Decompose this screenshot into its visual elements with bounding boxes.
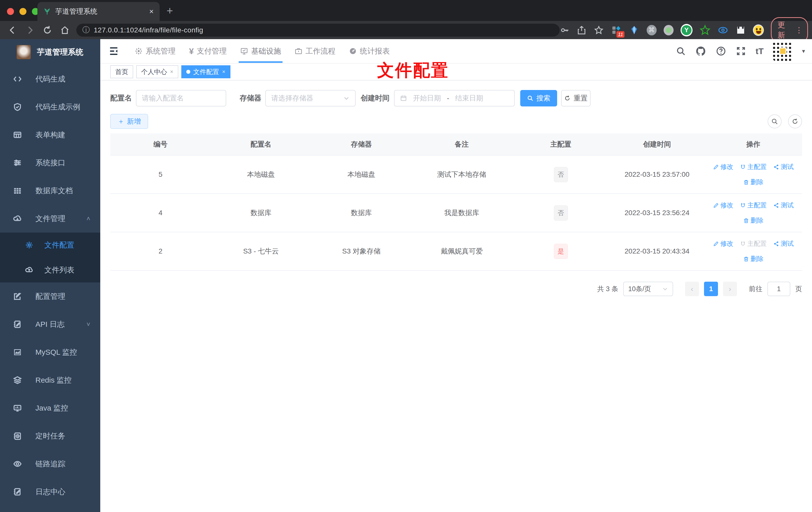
browser-menu-icon[interactable]: ⋮ [795,26,803,34]
extension-star-icon[interactable] [699,25,710,36]
url-bar[interactable]: ⓘ 127.0.0.1:1024/infra/file/file-config [76,24,560,37]
tag-home[interactable]: 首页 [110,65,133,78]
sidebar-item-api-log[interactable]: API 日志 ˅ [0,310,100,338]
github-icon[interactable] [695,46,706,57]
add-button[interactable]: ＋ 新增 [110,114,148,129]
extension-gem-icon[interactable] [629,25,639,36]
window-controls[interactable] [7,8,39,15]
test-label: 测试 [781,201,794,210]
user-caret-down-icon[interactable]: ▾ [802,48,805,55]
show-search-toggle-button[interactable] [767,114,782,128]
font-size-icon[interactable]: tT [756,47,764,56]
window-close-button[interactable] [7,8,14,15]
sidebar-item-cron[interactable]: 定时任务 [0,422,100,450]
forward-icon[interactable] [25,25,35,35]
schedule-icon [13,431,22,441]
share-icon[interactable] [577,25,586,35]
tag-profile[interactable]: 个人中心 × [136,65,178,78]
edit-link[interactable]: 修改 [713,239,733,248]
log-edit-icon [13,320,22,329]
edit-link[interactable]: 修改 [713,201,733,210]
new-tab-button[interactable]: + [167,4,173,17]
search-icon[interactable] [676,46,686,56]
master-link[interactable]: 主配置 [740,201,767,210]
site-info-icon[interactable]: ⓘ [82,25,90,35]
date-range-input[interactable]: 开始日期 - 结束日期 [394,90,515,107]
sidebar-fold-icon[interactable] [108,46,119,57]
window-minimize-button[interactable] [20,8,26,15]
reset-button[interactable]: 重置 [561,90,590,107]
tag-close-icon[interactable]: × [170,68,173,75]
name-filter-input[interactable]: 请输入配置名 [136,90,226,107]
sidebar-item-config-mgmt[interactable]: 配置管理 [0,282,100,310]
back-icon[interactable] [7,25,18,35]
trash-icon [743,179,749,185]
sidebar-item-db-doc[interactable]: 数据库文档 [0,177,100,205]
edit-link[interactable]: 修改 [713,162,733,171]
reload-icon[interactable] [42,25,52,35]
search-button[interactable]: 搜索 [520,90,557,107]
test-link[interactable]: 测试 [773,162,794,171]
browser-toolbar: ⓘ 127.0.0.1:1024/infra/file/file-config … [0,21,812,39]
delete-link[interactable]: 删除 [743,254,764,263]
cell-remark: 我是数据库 [411,194,512,232]
prev-page-button[interactable]: ‹ [685,282,699,296]
sidebar-item-system-api[interactable]: 系统接口 [0,149,100,177]
bookmark-star-icon[interactable] [593,25,604,36]
sidebar-item-codegen-demo[interactable]: 代码生成示例 [0,93,100,121]
browser-tab[interactable]: 芋道管理系统 × [37,2,160,21]
next-page-button[interactable]: › [723,282,737,296]
nav-item-system[interactable]: 系统管理 [135,39,176,63]
extension-y-letter: Y [682,25,692,35]
sidebar-item-file-mgmt[interactable]: 文件管理 ˄ [0,205,100,233]
sidebar-item-file-list[interactable]: 文件列表 [0,258,100,282]
extension-command-icon[interactable]: ⌘ [647,25,657,35]
sidebar-item-log-center[interactable]: 日志中心 [0,478,100,506]
chevron-down-icon [343,95,350,101]
sidebar-item-trace[interactable]: 链路追踪 [0,450,100,478]
user-avatar-qr[interactable] [773,41,792,61]
home-icon[interactable] [60,25,70,35]
sidebar-item-form-builder[interactable]: 表单构建 [0,121,100,149]
delete-link[interactable]: 删除 [743,216,764,225]
page-1-button[interactable]: 1 [704,282,718,296]
tab-close-icon[interactable]: × [149,7,154,16]
extension-eye-icon[interactable] [718,25,728,36]
extension-emoji-icon[interactable] [753,24,764,36]
refresh-table-button[interactable] [788,114,802,128]
master-label: 主配置 [747,201,767,210]
sidebar-item-label: Java 监控 [35,403,68,413]
test-link[interactable]: 测试 [773,201,794,210]
goto-page-input[interactable] [767,282,790,296]
fullscreen-icon[interactable] [736,46,746,56]
sidebar-item-label: 代码生成示例 [35,102,80,112]
master-link[interactable]: 主配置 [740,162,767,171]
extension-y-icon[interactable]: Y [680,24,693,36]
test-link[interactable]: 测试 [773,239,794,248]
sidebar-item-mysql[interactable]: MySQL 监控 [0,338,100,366]
sidebar-item-file-config[interactable]: 文件配置 [0,233,100,258]
sidebar-item-codegen[interactable]: 代码生成 [0,65,100,93]
extensions-puzzle-icon[interactable] [735,25,746,36]
nav-item-payment[interactable]: ¥ 支付管理 [189,39,227,63]
sidebar-item-java[interactable]: Java 监控 [0,394,100,422]
delete-link[interactable]: 删除 [743,178,764,186]
nav-item-workflow[interactable]: 工作流程 [294,39,336,63]
tag-file-config[interactable]: 文件配置 × [181,65,230,78]
password-key-icon[interactable] [560,25,570,35]
extension-dot-icon[interactable] [664,25,674,35]
col-header-remark: 备注 [411,133,512,155]
magnet-icon [740,241,746,247]
nav-item-infra[interactable]: 基础设施 [240,39,281,63]
tag-close-icon[interactable]: × [222,68,226,75]
yen-icon: ¥ [189,47,194,56]
storage-filter-select[interactable]: 请选择存储器 [265,90,356,107]
extension-tabs-icon[interactable]: 11 [611,25,622,36]
cell-remark: 戴佩妮真可爱 [411,232,512,270]
page-size-select[interactable]: 10条/页 [623,282,673,296]
nav-label: 工作流程 [306,46,336,56]
gauge-icon [349,47,357,55]
help-icon[interactable] [716,46,726,56]
cell-created: 2022-03-15 23:57:00 [609,155,704,194]
sidebar-item-redis[interactable]: Redis 监控 [0,366,100,394]
